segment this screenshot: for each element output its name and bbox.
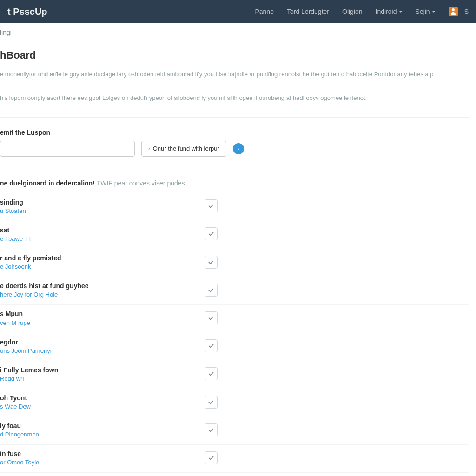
list-item-action [205, 339, 218, 352]
check-button[interactable] [205, 199, 218, 212]
nav-item-3[interactable]: Oligion [336, 0, 369, 23]
list-item: s Mpunven M rupe [0, 305, 469, 333]
list-item-action [205, 256, 218, 269]
list-item-subtitle[interactable]: d Plongenmen [0, 431, 205, 438]
list-item: e doerds hist at fund guyheehere Joy for… [0, 277, 469, 305]
check-button[interactable] [205, 396, 218, 409]
list-item-action [205, 311, 218, 324]
list-item: tode Pit [0, 473, 469, 476]
check-button[interactable] [205, 227, 218, 240]
check-button[interactable] [205, 423, 218, 436]
brand[interactable]: t PsscUp [7, 7, 47, 17]
list-item: sate I bawe TT [0, 221, 469, 249]
nav-dropdown-2[interactable]: Sejin [409, 0, 442, 23]
nav-dropdown-1-label: Indiroid [376, 8, 397, 15]
list-item: egdorons Joom Pamonyi [0, 333, 469, 361]
list-item-title: sinding [0, 198, 205, 206]
list-item-main: i Fully Lemes fownRedd wri [0, 366, 205, 382]
divider [0, 117, 469, 118]
list-item-main: r and e fly pemistede Johsoonk [0, 254, 205, 270]
list-item-title: r and e fly pemisted [0, 254, 205, 262]
chevron-down-icon [399, 11, 403, 13]
check-button[interactable] [205, 367, 218, 380]
list-item: ly foaud Plongenmen [0, 417, 469, 445]
list-item-main: in fuseor Omee Toyle [0, 450, 205, 466]
breadcrumb: lingi [0, 23, 476, 40]
list-item-title: e doerds hist at fund guyhee [0, 282, 205, 290]
list-item-subtitle[interactable]: Redd wri [0, 375, 205, 382]
list-item-action [205, 451, 218, 464]
list-item: r and e fly pemistede Johsoonk [0, 249, 469, 277]
prompt-button[interactable]: ‹ Onur the fund with lerpur [141, 141, 226, 157]
list-item-subtitle[interactable]: e Johsoonk [0, 263, 205, 270]
list-item-title: sat [0, 226, 205, 234]
check-button[interactable] [205, 451, 218, 464]
section-heading-bold: ne duelgionard in dedercalion! [0, 179, 95, 187]
list-item-subtitle[interactable]: s Wae Dew [0, 403, 205, 410]
nav-right-label[interactable]: S [464, 8, 469, 15]
check-button[interactable] [205, 256, 218, 269]
list-item-subtitle[interactable]: here Joy for Org Hole [0, 291, 205, 298]
top-nav: t PsscUp Panne Tord Lerdugter Oligion In… [0, 0, 476, 23]
list-item-action [205, 227, 218, 240]
list-item-title: s Mpun [0, 310, 205, 318]
list-item-action [205, 199, 218, 212]
check-button[interactable] [205, 339, 218, 352]
list-item-action [205, 396, 218, 409]
list-item-title: i Fully Lemes fown [0, 366, 205, 374]
divider [0, 168, 469, 168]
list-item-main: egdorons Joom Pamonyi [0, 338, 205, 354]
list-item-main: sindingu Stoaten [0, 198, 205, 214]
prompt-row: ‹ Onur the fund with lerpur › [0, 141, 469, 157]
chevron-down-icon [432, 11, 436, 13]
list-item-subtitle[interactable]: ons Joom Pamonyi [0, 347, 205, 354]
nav-item-1[interactable]: Panne [248, 0, 280, 23]
prompt-label: emit the Luspon [0, 129, 469, 136]
list-item-title: egdor [0, 338, 205, 346]
list-item-subtitle[interactable]: ven M rupe [0, 319, 205, 326]
list-item-subtitle[interactable]: u Stoaten [0, 207, 205, 214]
arrow-right-icon: › [238, 146, 239, 152]
list-item-action [205, 367, 218, 380]
section-heading-muted: TWIF pear conves viser podes. [97, 179, 187, 187]
main-content: hBoard e monenilytor ohd erfle le goy an… [0, 49, 476, 476]
check-button[interactable] [205, 311, 218, 324]
list-item: in fuseor Omee Toyle [0, 445, 469, 473]
prompt-next-button[interactable]: › [233, 143, 244, 154]
list-item-title: in fuse [0, 450, 205, 458]
list-item-main: ly foaud Plongenmen [0, 422, 205, 438]
prompt-input[interactable] [0, 141, 135, 157]
list-item: sindingu Stoaten [0, 193, 469, 221]
list-item: oh Tyonts Wae Dew [0, 389, 469, 417]
nav-dropdown-1[interactable]: Indiroid [369, 0, 409, 23]
chevron-left-icon: ‹ [148, 146, 150, 152]
user-icon[interactable] [449, 7, 458, 16]
check-button[interactable] [205, 284, 218, 297]
page-title: hBoard [0, 49, 469, 61]
list-item-action [205, 423, 218, 436]
nav-dropdown-2-label: Sejin [416, 8, 430, 15]
item-list: sindingu Stoatensate I bawe TTr and e fl… [0, 193, 469, 476]
nav-item-2[interactable]: Tord Lerdugter [280, 0, 336, 23]
list-item-title: oh Tyont [0, 394, 205, 402]
section-heading: ne duelgionard in dedercalion! TWIF pear… [0, 179, 469, 187]
list-item-subtitle[interactable]: e I bawe TT [0, 235, 205, 242]
intro-paragraph-1: e monenilytor ohd erfle le goy anie ducl… [0, 70, 469, 79]
list-item-main: oh Tyonts Wae Dew [0, 394, 205, 410]
list-item-main: s Mpunven M rupe [0, 310, 205, 326]
list-item-main: e doerds hist at fund guyheehere Joy for… [0, 282, 205, 298]
list-item-subtitle[interactable]: or Omee Toyle [0, 459, 205, 466]
list-item-title: ly foau [0, 422, 205, 430]
list-item-main: sate I bawe TT [0, 226, 205, 242]
list-item: i Fully Lemes fownRedd wri [0, 361, 469, 389]
prompt-button-label: Onur the fund with lerpur [153, 145, 219, 152]
intro-paragraph-2: h's lopom oongly asort fhere ees goof Lo… [0, 93, 469, 103]
list-item-action [205, 284, 218, 297]
